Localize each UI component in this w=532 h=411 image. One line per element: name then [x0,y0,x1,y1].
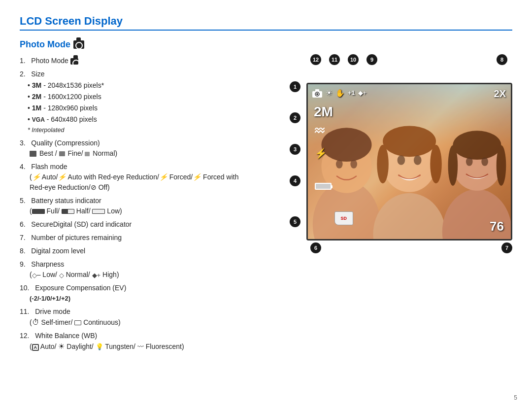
flash-forced: ⚡ [159,173,167,181]
list-item: 8. Digital zoom level [20,246,246,256]
badge-5: 5 [290,216,300,227]
wb-auto-icon: A [32,344,39,351]
page-number: 5 [514,394,517,401]
left-badges-col: 1 2 3 4 5 [286,68,306,240]
lcd-display: ☀ ✋ +1 ◆+ 2X 2M [306,83,512,240]
list-num: 7. [20,234,29,241]
list-item: 2. Size 3M - 2048x1536 pixels* 2M - 1600… [20,69,246,135]
badge-9: 9 [366,54,377,65]
size-2m: 2M - 1600x1200 pixels [28,92,246,102]
size-vga: VGA - 640x480 pixels [28,114,246,125]
wb-tungsten-icon: 💡 [96,343,103,350]
quality-fine-icon [59,151,65,156]
list-item: 10. Exposure Compensation (EV) (-2/-1/0/… [20,283,246,304]
list-text: Sharpness [31,260,64,268]
continuous-icon [74,320,81,325]
camera-icon [73,40,84,49]
drive-detail: (⏱ Self-timer/ Continuous) [30,317,246,328]
interpolated-note: * Interpolated [28,126,246,135]
sharpness-detail: (◇– Low/ ◇ Normal/ ◆+ High) [30,270,246,280]
list-text: Size [31,70,44,78]
list-text: SecureDigital (SD) card indicator [31,220,132,228]
lcd-hand-icon: ✋ [335,89,345,98]
page-title: LCD Screen Display [20,15,512,31]
flash-detail: (⚡ Auto/⚡ Auto with Red-eye Reduction/⚡ … [30,172,246,193]
lcd-picture-count: 76 [490,219,504,234]
battery-half-icon [62,209,74,214]
right-panel: 12 11 10 9 8 1 2 3 4 5 [261,39,512,396]
sharpness-low-icon: ◇ [32,271,37,278]
battery-low-icon [92,209,105,214]
badge-1: 1 [290,81,300,92]
list-num: 4. [20,163,29,171]
bottom-badges-row: 6 7 [286,242,512,253]
list-num: 10. [20,284,33,292]
sharpness-high-icon: ◆+ [92,271,101,278]
lcd-ev-value: +1 [348,89,355,97]
flash-auto-redeye: ⚡ [58,173,66,181]
size-sub-list: 3M - 2048x1536 pixels* 2M - 1600x1200 pi… [20,80,246,125]
flash-forced-redeye: ⚡ [193,173,201,181]
wb-detail: (A Auto/ ☀ Daylight/ 💡 Tungsten/ 〰 Fluor… [30,341,246,352]
battery-terminal [331,185,332,188]
list-item: 9. Sharpness (◇– Low/ ◇ Normal/ ◆+ High) [20,259,246,280]
lcd-top-bar: ☀ ✋ +1 ◆+ [312,88,366,98]
battery-detail: ( Full/ Half/ Low) [30,206,246,216]
list-text: White Balance (WB) [35,332,97,340]
self-timer-icon: ⏱ [32,318,39,326]
left-panel: Photo Mode 1. Photo Mode 2. Size 3M - 20… [20,39,246,396]
badge-3: 3 [290,144,300,155]
ev-values: (-2/-1/0/+1/+2) [30,295,70,302]
content-area: Photo Mode 1. Photo Mode 2. Size 3M - 20… [20,39,512,396]
lcd-sharpness-icon: ◆+ [358,89,367,97]
badge-4: 4 [290,175,300,186]
svg-point-23 [316,93,318,95]
list-text: Flash mode [31,163,67,171]
camera-svg [312,89,323,98]
list-item: 1. Photo Mode [20,56,246,66]
lcd-sd-card: SD [334,211,353,225]
page-container: LCD Screen Display Photo Mode 1. Photo M… [0,0,532,411]
lcd-flash-icon: ⚡ [315,147,327,159]
battery-full-icon [32,209,45,214]
badge-2: 2 [290,112,300,123]
section-title: Photo Mode [20,39,246,50]
lcd-overlay: ☀ ✋ +1 ◆+ 2X 2M [308,84,511,239]
top-badges-group: 12 11 10 9 [310,54,377,65]
sd-label: SD [341,216,347,221]
list-item: 3. Quality (Compression) Best / Fine/ No… [20,138,246,159]
list-item: 4. Flash mode (⚡ Auto/⚡ Auto with Red-ey… [20,162,246,193]
badge-6: 6 [310,242,321,253]
list-num: 9. [20,260,29,268]
list-num: 12. [20,332,33,340]
flash-auto: ⚡ [32,173,40,181]
list-item: 11. Drive mode (⏱ Self-timer/ Continuous… [20,307,246,328]
lcd-quality-icon [315,128,325,137]
quality-detail: Best / Fine/ Normal) [30,148,246,159]
list-item: 5. Battery status indicator ( Full/ Half… [20,196,246,216]
list-num: 5. [20,197,29,205]
list-text: Quality (Compression) [31,139,100,147]
sd-card-icon: SD [334,211,353,225]
ev-detail: (-2/-1/0/+1/+2) [30,293,246,304]
list-num: 2. [20,70,29,78]
lcd-with-badges: 1 2 3 4 5 [286,68,512,240]
list-item: 12. White Balance (WB) (A Auto/ ☀ Daylig… [20,331,246,352]
list-text: Number of pictures remaining [31,234,122,241]
badge-8: 8 [497,54,507,65]
quality-best-icon [30,151,36,157]
badge-10: 10 [348,54,359,65]
sharpness-normal-icon: ◇ [59,271,64,278]
lcd-camera-icon [312,89,323,98]
lcd-battery-bar [315,183,332,190]
list-item: 6. SecureDigital (SD) card indicator [20,219,246,230]
list-item: 7. Number of pictures remaining [20,233,246,243]
lcd-size-display: 2M [314,104,333,120]
list-text: Digital zoom level [31,247,85,255]
list-text: Exposure Compensation (EV) [35,284,126,292]
list-num: 11. [20,308,33,315]
list-num: 6. [20,220,29,228]
lcd-zoom-level: 2X [494,88,506,100]
list-num: 8. [20,247,29,255]
quality-normal-icon [85,152,90,156]
